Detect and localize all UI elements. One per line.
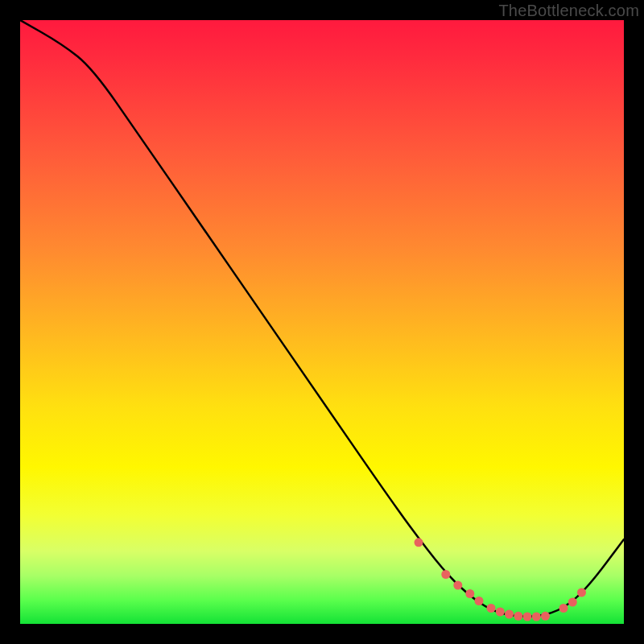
marker-dot [559, 604, 568, 613]
chart-container: TheBottleneck.com [0, 0, 644, 644]
marker-dot [496, 608, 505, 617]
marker-dot [514, 612, 522, 621]
marker-dot [415, 538, 423, 547]
marker-dot [577, 588, 586, 597]
marker-dot [475, 597, 484, 605]
watermark-text: TheBottleneck.com [498, 2, 639, 20]
chart-svg [20, 20, 624, 624]
marker-dot [541, 612, 550, 621]
marker-dot [453, 581, 462, 590]
plot-area [20, 20, 624, 624]
marker-dot [487, 604, 496, 613]
marker-dot [532, 613, 541, 621]
marker-dot [465, 589, 474, 598]
marker-dot [568, 598, 577, 607]
highlight-dots [415, 538, 587, 621]
curve-line [20, 20, 624, 617]
marker-dot [523, 613, 532, 621]
marker-dot [505, 610, 514, 619]
marker-dot [441, 570, 450, 579]
